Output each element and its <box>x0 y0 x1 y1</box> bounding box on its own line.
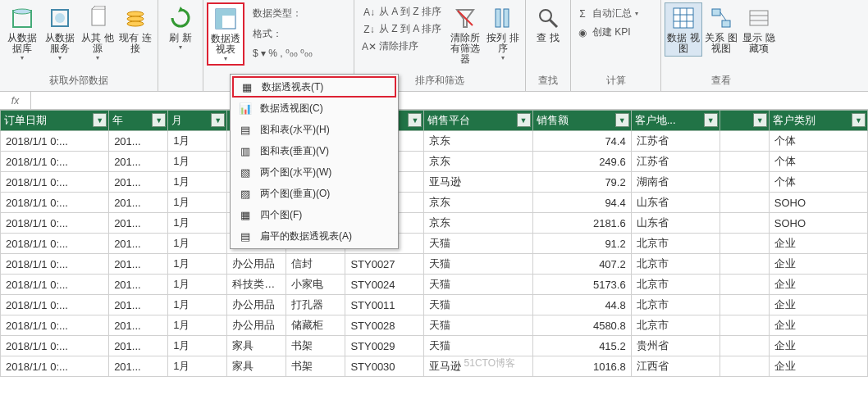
cell[interactable] <box>720 131 769 152</box>
cell[interactable]: 2018/1/1 0:... <box>1 336 109 356</box>
cell[interactable]: 201... <box>109 152 168 172</box>
cell[interactable]: 天猫 <box>424 254 532 275</box>
cell[interactable]: 山东省 <box>631 193 720 213</box>
sort-az-button[interactable]: A↓从 A 到 Z 排序 <box>361 4 443 20</box>
clear-all-filters-button[interactable]: 清除所 有筛选器 <box>446 2 484 67</box>
cell[interactable]: 2018/1/1 0:... <box>1 234 109 254</box>
cell[interactable]: 201... <box>109 234 168 254</box>
cell[interactable] <box>720 172 769 193</box>
column-header[interactable]: 客户地...▼ <box>631 111 720 131</box>
refresh-button[interactable]: 刷 新▾ <box>162 2 199 53</box>
cell[interactable]: 79.2 <box>532 172 631 193</box>
cell[interactable]: STY0030 <box>345 356 424 377</box>
column-header[interactable]: 订单日期▼ <box>1 111 109 131</box>
cell[interactable]: 1月 <box>168 152 227 172</box>
cell[interactable]: 1月 <box>168 193 227 213</box>
cell[interactable] <box>720 275 769 295</box>
cell[interactable]: 201... <box>109 193 168 213</box>
column-header[interactable]: 销售额▼ <box>532 111 631 131</box>
cell[interactable]: 天猫 <box>424 315 532 336</box>
column-header[interactable]: 客户类别▼ <box>769 111 867 131</box>
cell[interactable]: 407.2 <box>532 254 631 275</box>
cell[interactable]: 京东 <box>424 193 532 213</box>
cell[interactable]: 74.4 <box>532 131 631 152</box>
cell[interactable]: 企业 <box>769 336 867 356</box>
cell[interactable]: 2018/1/1 0:... <box>1 131 109 152</box>
cell[interactable]: SOHO <box>769 193 867 213</box>
cell[interactable]: 2181.6 <box>532 213 631 234</box>
cell[interactable]: 天猫 <box>424 336 532 356</box>
menu-item[interactable]: ▥图和表(垂直)(V) <box>232 140 396 161</box>
cell[interactable]: 个体 <box>769 131 867 152</box>
diagram-view-button[interactable]: 关系 图视图 <box>702 2 740 57</box>
auto-sum-button[interactable]: Σ自动汇总 ▾ <box>574 6 640 21</box>
menu-item[interactable]: ▦数据透视表(T) <box>232 76 396 98</box>
cell[interactable]: 储藏柜 <box>286 315 345 336</box>
cell[interactable]: 201... <box>109 295 168 315</box>
cell[interactable] <box>720 152 769 172</box>
cell[interactable]: 2018/1/1 0:... <box>1 172 109 193</box>
cell[interactable]: 5173.6 <box>532 275 631 295</box>
cell[interactable]: 249.6 <box>532 152 631 172</box>
cell[interactable]: STY0029 <box>345 336 424 356</box>
filter-button[interactable]: ▼ <box>615 113 629 127</box>
column-header[interactable]: 月▼ <box>168 111 227 131</box>
cell[interactable]: 91.2 <box>532 234 631 254</box>
filter-button[interactable]: ▼ <box>152 113 166 127</box>
from-database-button[interactable]: 从数据 据库▾ <box>3 2 41 64</box>
menu-item[interactable]: ▨两个图(垂直)(O) <box>232 183 396 204</box>
sort-za-button[interactable]: Z↓从 Z 到 A 排序 <box>361 21 443 37</box>
cell[interactable]: SOHO <box>769 213 867 234</box>
cell[interactable]: 201... <box>109 254 168 275</box>
cell[interactable]: 2018/1/1 0:... <box>1 295 109 315</box>
cell[interactable]: 1月 <box>168 234 227 254</box>
cell[interactable]: 办公用品 <box>227 254 286 275</box>
clear-sort-button[interactable]: A✕清除排序 <box>361 39 443 54</box>
cell[interactable]: 2018/1/1 0:... <box>1 152 109 172</box>
cell[interactable]: STY0011 <box>345 295 424 315</box>
cell[interactable]: 天猫 <box>424 234 532 254</box>
data-type-row[interactable]: 数据类型： <box>251 6 304 21</box>
column-header[interactable]: 年▼ <box>109 111 168 131</box>
filter-button[interactable]: ▼ <box>753 113 767 127</box>
cell[interactable]: 个体 <box>769 152 867 172</box>
cell[interactable] <box>720 193 769 213</box>
cell[interactable]: 北京市 <box>631 315 720 336</box>
cell[interactable]: 44.8 <box>532 295 631 315</box>
cell[interactable]: 201... <box>109 172 168 193</box>
filter-button[interactable]: ▼ <box>704 113 718 127</box>
filter-button[interactable]: ▼ <box>852 113 866 127</box>
cell[interactable]: 天猫 <box>424 295 532 315</box>
cell[interactable]: 2018/1/1 0:... <box>1 254 109 275</box>
filter-button[interactable]: ▼ <box>517 113 531 127</box>
cell[interactable]: 2018/1/1 0:... <box>1 213 109 234</box>
cell[interactable]: 企业 <box>769 356 867 377</box>
cell[interactable]: 小家电 <box>286 275 345 295</box>
from-other-source-button[interactable]: 从其 他源▾ <box>79 2 116 64</box>
cell[interactable] <box>720 295 769 315</box>
cell[interactable]: 1月 <box>168 336 227 356</box>
cell[interactable]: 企业 <box>769 295 867 315</box>
cell[interactable]: 办公用品 <box>227 315 286 336</box>
column-header[interactable]: 销售平台▼ <box>424 111 532 131</box>
create-kpi-button[interactable]: ◉创建 KPI <box>574 25 633 40</box>
cell[interactable]: 1月 <box>168 172 227 193</box>
cell[interactable]: STY0027 <box>345 254 424 275</box>
cell[interactable]: 江苏省 <box>631 152 720 172</box>
cell[interactable]: 2018/1/1 0:... <box>1 356 109 377</box>
cell[interactable]: 1月 <box>168 131 227 152</box>
cell[interactable]: 书架 <box>286 356 345 377</box>
cell[interactable]: 江西省 <box>631 356 720 377</box>
cell[interactable]: 打孔器 <box>286 295 345 315</box>
data-view-button[interactable]: 数据 视图 <box>665 2 702 57</box>
cell[interactable]: 94.4 <box>532 193 631 213</box>
cell[interactable]: 北京市 <box>631 275 720 295</box>
menu-item[interactable]: ▧两个图(水平)(W) <box>232 161 396 183</box>
cell[interactable]: 京东 <box>424 131 532 152</box>
cell[interactable]: 北京市 <box>631 234 720 254</box>
cell[interactable]: 企业 <box>769 234 867 254</box>
cell[interactable]: 4580.8 <box>532 315 631 336</box>
cell[interactable]: 书架 <box>286 336 345 356</box>
cell[interactable]: 企业 <box>769 315 867 336</box>
cell[interactable] <box>720 336 769 356</box>
